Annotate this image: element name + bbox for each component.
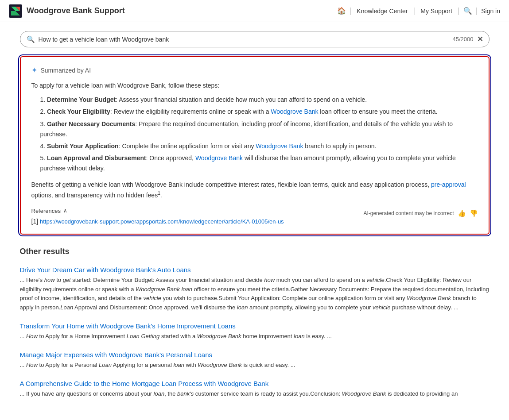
result-snippet-4: ... If you have any questions or concern…	[20, 389, 490, 399]
search-box: 🔍 45/2000 ✕	[20, 31, 490, 47]
pre-approval-link[interactable]: pre-approval	[431, 181, 466, 188]
ai-summary-bottom: References ∧ [1] https://woodgrovebank-s…	[31, 208, 478, 225]
main-nav: 🏠 | Knowledge Center | My Support | 🔍 | …	[337, 6, 500, 15]
sign-in-link[interactable]: Sign in	[481, 8, 500, 15]
search-nav-link[interactable]: 🔍	[463, 7, 472, 15]
footnote-sup: 1	[158, 191, 160, 196]
main-content: ✦ Summarized by AI To apply for a vehicl…	[11, 52, 498, 417]
search-input[interactable]	[39, 36, 449, 43]
ai-summary-header: ✦ Summarized by AI	[31, 66, 478, 74]
ai-summary-box: ✦ Summarized by AI To apply for a vehicl…	[20, 56, 490, 235]
knowledge-center-link[interactable]: Knowledge Center	[355, 8, 409, 15]
result-item: Drive Your Dream Car with Woodgrove Bank…	[20, 266, 490, 312]
result-snippet-3: ... How to Apply for a Personal Loan App…	[20, 361, 490, 370]
result-snippet-2: ... How to Apply for a Home Improvement …	[20, 332, 490, 341]
logo-icon	[9, 4, 22, 18]
ai-sparkle-icon: ✦	[31, 66, 37, 74]
list-item: 1. Determine Your Budget: Assess your fi…	[40, 95, 478, 105]
disbursement-link[interactable]: Woodgrove Bank	[195, 154, 243, 162]
references-label: References	[31, 208, 61, 214]
list-item: 5. Loan Approval and Disbursement: Once …	[40, 153, 478, 173]
result-snippet-1: ... Here's how to get started: Determine…	[20, 276, 490, 312]
reference-url[interactable]: https://woodgrovebank-support.powerappsp…	[40, 218, 284, 225]
list-item: 4. Submit Your Application: Complete the…	[40, 141, 478, 151]
thumbs-down-icon[interactable]: 👎	[470, 209, 478, 217]
list-item: 3. Gather Necessary Documents: Prepare t…	[40, 119, 478, 139]
result-item: A Comprehensive Guide to the Home Mortga…	[20, 380, 490, 399]
result-title-1[interactable]: Drive Your Dream Car with Woodgrove Bank…	[20, 266, 490, 274]
references-section: References ∧ [1] https://woodgrovebank-s…	[31, 208, 355, 225]
nav-divider-3: |	[458, 6, 460, 15]
result-item: Manage Major Expenses with Woodgrove Ban…	[20, 351, 490, 370]
search-counter: 45/2000	[453, 36, 474, 42]
search-clear-button[interactable]: ✕	[477, 35, 483, 43]
result-item: Transform Your Home with Woodgrove Bank'…	[20, 322, 490, 341]
search-area: 🔍 45/2000 ✕	[11, 22, 498, 52]
ai-disclaimer-text: AI-generated content may be incorrect	[363, 210, 454, 216]
header: Woodgrove Bank Support 🏠 | Knowledge Cen…	[0, 0, 509, 22]
ai-summary-intro: To apply for a vehicle loan with Woodgro…	[31, 81, 478, 90]
result-title-4[interactable]: A Comprehensive Guide to the Home Mortga…	[20, 380, 490, 387]
chevron-up-icon: ∧	[63, 208, 67, 214]
ai-feedback: AI-generated content may be incorrect 👍 …	[363, 208, 478, 217]
thumbs-up-icon[interactable]: 👍	[458, 209, 466, 217]
logo: Woodgrove Bank Support	[9, 4, 125, 18]
other-results-title: Other results	[20, 247, 490, 256]
result-title-2[interactable]: Transform Your Home with Woodgrove Bank'…	[20, 322, 490, 330]
eligibility-link[interactable]: Woodgrove Bank	[271, 108, 318, 115]
search-icon: 🔍	[27, 35, 35, 43]
ai-summary-label: Summarized by AI	[41, 67, 91, 74]
references-toggle[interactable]: References ∧	[31, 208, 355, 214]
home-nav-link[interactable]: 🏠	[337, 7, 346, 15]
site-title: Woodgrove Bank Support	[27, 6, 125, 15]
references-list: [1] https://woodgrovebank-support.powera…	[31, 218, 355, 225]
nav-divider-4: |	[476, 6, 478, 15]
reference-number: [1]	[31, 218, 39, 225]
branch-link[interactable]: Woodgrove Bank	[256, 143, 303, 150]
ai-summary-footer: Benefits of getting a vehicle loan with …	[31, 180, 478, 200]
nav-divider-2: |	[413, 6, 416, 15]
ai-summary-list: 1. Determine Your Budget: Assess your fi…	[31, 95, 478, 173]
result-title-3[interactable]: Manage Major Expenses with Woodgrove Ban…	[20, 351, 490, 358]
list-item: 2. Check Your Eligibility: Review the el…	[40, 107, 478, 117]
nav-divider-1: |	[350, 6, 352, 15]
my-support-link[interactable]: My Support	[419, 8, 454, 15]
